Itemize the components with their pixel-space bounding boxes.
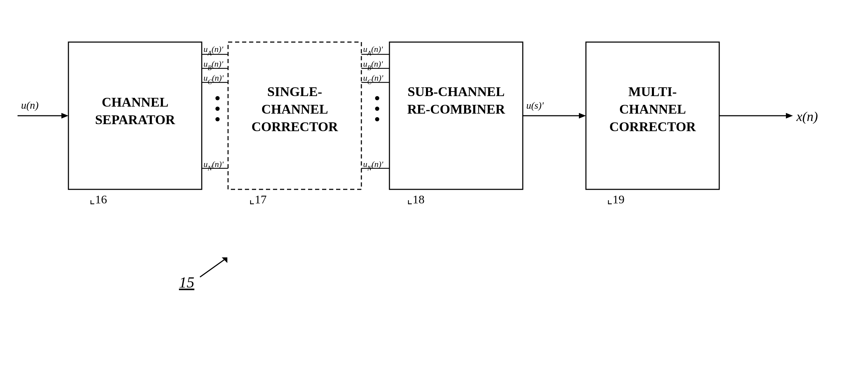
dot-1 [215, 96, 220, 100]
single-channel-label-line3: CORRECTOR [252, 119, 338, 134]
figure-number: 15 [179, 274, 194, 291]
svg-marker-11 [579, 113, 586, 119]
block-19-number: ⌞19 [607, 193, 625, 206]
dot-5 [375, 107, 379, 111]
dot-6 [375, 117, 379, 121]
multi-channel-label-line3: CORRECTOR [609, 119, 696, 134]
dot-4 [375, 96, 379, 100]
multi-channel-label-line1: MULTI- [628, 84, 677, 99]
uc-label-2: uC(n)' [363, 73, 383, 86]
block-18-number: ⌞18 [407, 193, 425, 206]
input-signal-label: u(n) [21, 99, 39, 111]
multi-channel-label-line2: CHANNEL [619, 102, 686, 116]
us-label: u(s)' [526, 100, 544, 111]
sub-channel-label-line1: SUB-CHANNEL [408, 84, 505, 99]
dot-3 [215, 117, 220, 121]
channel-separator-label-line2: SEPARATOR [95, 112, 175, 127]
ua-label-1: uA(n)' [203, 45, 223, 57]
ub-label-2: uB(n)' [363, 59, 383, 72]
block-17-number: ⌞17 [249, 193, 267, 206]
svg-line-14 [200, 259, 225, 277]
channel-separator-label-line1: CHANNEL [102, 95, 168, 109]
ua-label-2: uA(n)' [363, 45, 383, 57]
single-channel-label-line2: CHANNEL [261, 102, 328, 116]
sub-channel-label-line2: RE-COMBINER [407, 102, 505, 116]
svg-marker-15 [222, 257, 227, 263]
un-label-1: uN(n)' [203, 160, 224, 172]
svg-marker-1 [61, 113, 68, 119]
dot-2 [215, 107, 220, 111]
un-label-2: uN(n)' [363, 160, 383, 172]
block-16-number: ⌞16 [89, 193, 107, 206]
ub-label-1: uB(n)' [203, 59, 223, 72]
output-signal-label: x(n) [796, 109, 818, 124]
diagram-container: u(n) CHANNEL SEPARATOR ⌞16 uA(n)' uB(n)'… [0, 0, 868, 391]
single-channel-label-line1: SINGLE- [267, 84, 322, 99]
uc-label-1: uC(n)' [203, 73, 224, 86]
svg-marker-13 [786, 113, 793, 119]
